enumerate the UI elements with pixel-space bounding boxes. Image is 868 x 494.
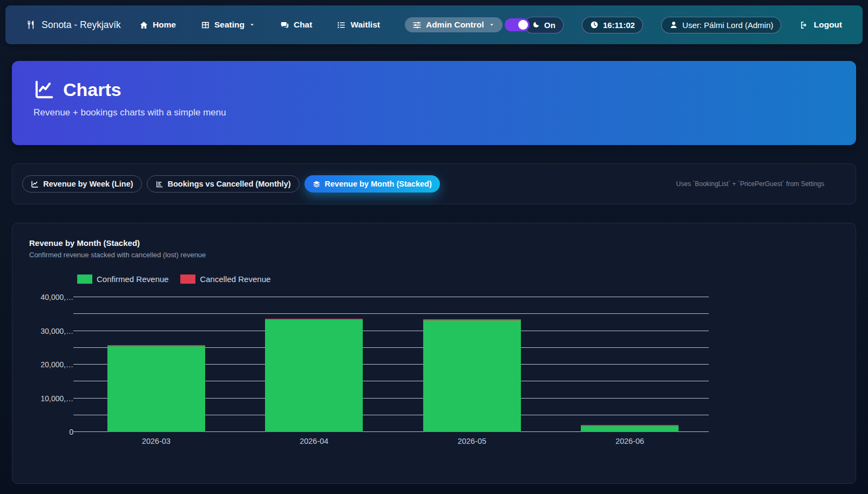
x-axis: 2026-032026-042026-052026-06 <box>77 437 709 445</box>
chart-menu: Revenue by Week (Line) Bookings vs Cance… <box>12 163 856 204</box>
clock-value: 16:11:02 <box>603 20 635 30</box>
nav-item-admin-control[interactable]: Admin Control <box>405 17 503 32</box>
x-tick-label: 2026-03 <box>77 437 235 445</box>
x-tick-label: 2026-05 <box>393 437 551 445</box>
bar-2026-05[interactable] <box>423 319 521 432</box>
nav-item-seating[interactable]: Seating <box>201 20 255 30</box>
nav-item-home[interactable]: Home <box>139 20 176 30</box>
bar-2026-04[interactable] <box>265 319 363 432</box>
nav-item-chat[interactable]: Chat <box>280 20 312 30</box>
bar-2026-03[interactable] <box>107 345 205 432</box>
chart-subtitle: Confirmed revenue stacked with cancelled… <box>29 251 839 259</box>
page-subtitle: Revenue + bookings charts with a simple … <box>33 107 835 118</box>
chart-line-icon <box>33 79 55 100</box>
chevron-down-icon <box>249 22 255 28</box>
bar-slot <box>393 297 551 432</box>
chart-legend: Confirmed RevenueCancelled Revenue <box>77 275 839 284</box>
x-tick-label: 2026-04 <box>235 437 394 445</box>
nav-links: Home Seating Chat <box>139 17 503 32</box>
chart-title: Revenue by Month (Stacked) <box>29 238 839 248</box>
user-pill: User: Pálmi Lord (Admin) <box>661 17 781 33</box>
y-tick-label: 20,000,… <box>40 360 73 369</box>
bar-slots <box>77 297 709 432</box>
legend-item[interactable]: Confirmed Revenue <box>77 275 168 284</box>
legend-swatch <box>77 275 92 284</box>
layers-icon <box>313 180 321 188</box>
table-icon <box>201 20 210 30</box>
bar-segment <box>423 320 521 432</box>
legend-swatch <box>180 275 195 284</box>
sliders-icon <box>412 20 422 30</box>
logout-button[interactable]: Logout <box>799 20 842 30</box>
bar-segment <box>581 426 679 432</box>
chart-card: Revenue by Month (Stacked) Confirmed rev… <box>12 223 856 484</box>
bar-slot <box>235 297 394 432</box>
dark-mode-state: On <box>544 20 555 30</box>
legend-label: Cancelled Revenue <box>200 275 270 284</box>
dark-mode-group: On <box>505 17 564 33</box>
list-icon <box>337 20 346 30</box>
chat-icon <box>280 20 289 30</box>
stacked-bar-chart: 010,000,…20,000,…30,000,…40,000,… <box>29 297 709 432</box>
home-icon <box>139 20 148 30</box>
legend-label: Confirmed Revenue <box>97 275 168 284</box>
bar-segment <box>265 320 363 432</box>
bar-slot <box>77 297 235 432</box>
moon-icon <box>532 21 540 29</box>
page: Sonota - Reykjavík Home Seating <box>0 0 868 494</box>
bar-2026-06[interactable] <box>581 425 679 432</box>
navbar-right: On 16:11:02 User: Pálmi Lord (Admin) L <box>505 17 842 33</box>
navbar: Sonota - Reykjavík Home Seating <box>5 5 863 44</box>
dark-mode-toggle[interactable] <box>505 18 530 31</box>
y-tick-label: 30,000,… <box>40 327 73 335</box>
clock-pill: 16:11:02 <box>582 17 643 33</box>
settings-note: Uses `BookingList` + `PricePerGuest` fro… <box>676 180 824 188</box>
plot-area <box>77 297 709 432</box>
chart-line-icon <box>31 180 39 188</box>
user-value: User: Pálmi Lord (Admin) <box>682 20 773 30</box>
dark-mode-pill[interactable]: On <box>524 17 564 33</box>
y-tick-label: 0 <box>69 428 73 436</box>
y-tick-label: 40,000,… <box>40 293 73 301</box>
brand-label: Sonota - Reykjavík <box>42 19 121 31</box>
bar-segment <box>107 346 205 432</box>
tab-revenue-by-week[interactable]: Revenue by Week (Line) <box>22 175 142 193</box>
x-tick-label: 2026-06 <box>551 437 709 445</box>
navbar-brand[interactable]: Sonota - Reykjavík <box>26 19 121 31</box>
tab-revenue-by-month[interactable]: Revenue by Month (Stacked) <box>304 175 440 193</box>
utensils-icon <box>26 20 36 30</box>
legend-item[interactable]: Cancelled Revenue <box>180 275 270 284</box>
chart-bar-icon <box>155 180 164 188</box>
tab-bookings-vs-cancelled[interactable]: Bookings vs Cancelled (Monthly) <box>147 175 300 193</box>
hero-banner: Charts Revenue + bookings charts with a … <box>12 61 856 145</box>
nav-item-waitlist[interactable]: Waitlist <box>337 20 380 30</box>
user-icon <box>669 20 678 29</box>
page-title: Charts <box>33 79 835 100</box>
y-tick-label: 10,000,… <box>40 394 73 403</box>
y-axis: 010,000,…20,000,…30,000,…40,000,… <box>29 297 77 432</box>
chevron-down-icon <box>489 22 495 28</box>
clock-icon <box>590 20 599 29</box>
logout-icon <box>799 20 809 30</box>
toggle-knob <box>518 20 528 30</box>
bar-slot <box>551 297 709 432</box>
